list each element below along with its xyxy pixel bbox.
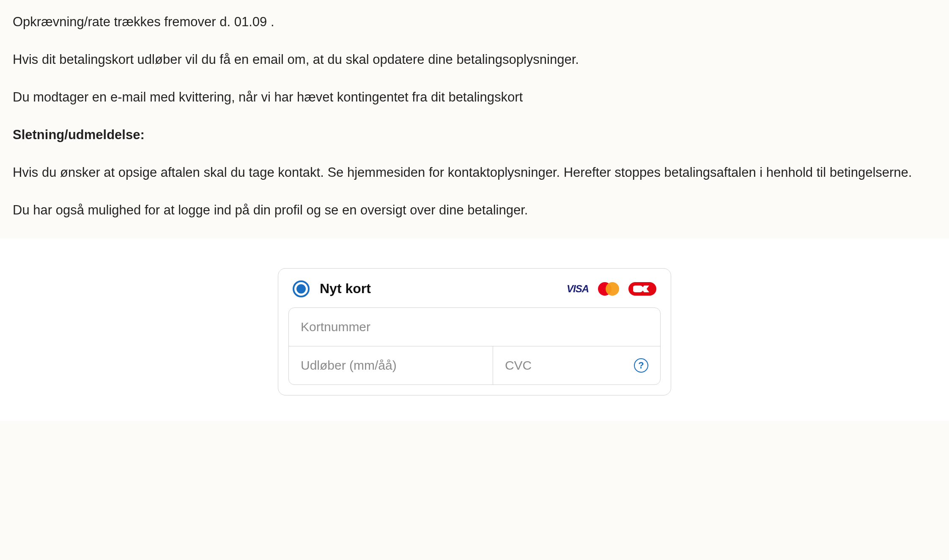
- card-brand-row: VISA: [567, 282, 656, 296]
- cvc-field[interactable]: ?: [493, 346, 660, 384]
- expiry-notice: Hvis dit betalingskort udløber vil du få…: [13, 50, 936, 69]
- new-card-label: Nyt kort: [320, 281, 557, 296]
- card-header-row[interactable]: Nyt kort VISA: [278, 269, 671, 307]
- expiry-input[interactable]: [301, 358, 481, 373]
- card-fields: ?: [288, 307, 661, 385]
- receipt-notice: Du modtager en e-mail med kvittering, nå…: [13, 88, 936, 107]
- card-number-input[interactable]: [301, 320, 648, 334]
- new-card-radio[interactable]: [293, 280, 310, 297]
- visa-icon: VISA: [567, 283, 589, 295]
- info-text-block: Opkrævning/rate trækkes fremover d. 01.0…: [0, 0, 949, 220]
- card-number-field[interactable]: [289, 308, 660, 346]
- cvc-input[interactable]: [505, 358, 630, 373]
- card-form-area: Nyt kort VISA: [0, 239, 949, 421]
- cancel-heading: Sletning/udmeldelse:: [13, 126, 936, 145]
- mastercard-icon: [598, 282, 619, 296]
- card-panel: Nyt kort VISA: [278, 268, 671, 395]
- cancel-body: Hvis du ønsker at opsige aftalen skal du…: [13, 163, 936, 182]
- charge-line: Opkrævning/rate trækkes fremover d. 01.0…: [13, 13, 936, 32]
- radio-dot-icon: [296, 284, 306, 294]
- expiry-field[interactable]: [289, 346, 493, 384]
- dankort-icon: [628, 282, 656, 296]
- cvc-help-icon[interactable]: ?: [634, 358, 648, 373]
- login-notice: Du har også mulighed for at logge ind på…: [13, 201, 936, 220]
